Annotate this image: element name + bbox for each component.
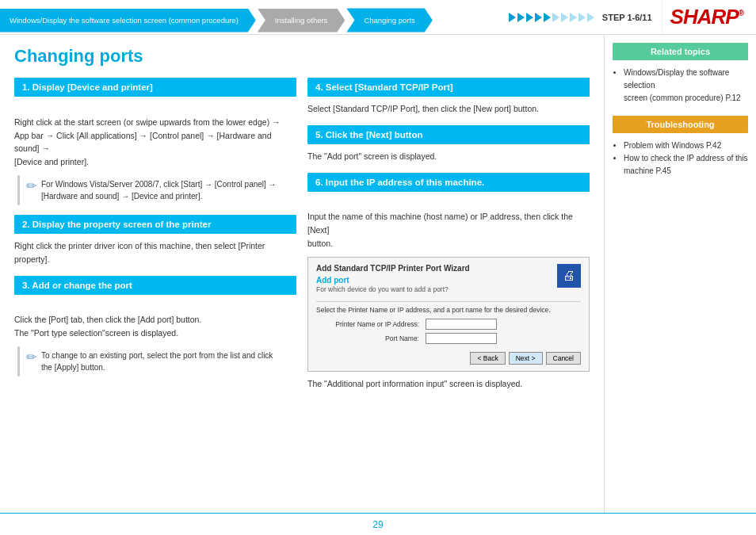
dialog-desc: For which device do you want to add a po…	[316, 285, 470, 293]
section-1-body: Right click at the start screen (or swip…	[14, 102, 296, 169]
section-3-header: 3. Add or change the port	[14, 276, 296, 295]
note-icon-3: ✏	[26, 350, 36, 365]
step-indicator: STEP 1-6/11	[499, 0, 662, 34]
ip-address-input[interactable]	[426, 319, 497, 330]
form-row-1: Printer Name or IP Address:	[316, 319, 581, 330]
port-name-input[interactable]	[426, 333, 497, 344]
related-topics-title: Related topics	[613, 43, 748, 60]
breadcrumb-step-2: Installing others	[258, 9, 346, 32]
section-4-body: Select [Standard TCP/IP Port], then clic…	[307, 102, 590, 116]
sidebar: Related topics Windows/Display the softw…	[604, 35, 756, 513]
note-icon-1: ✏	[26, 178, 36, 193]
note-text-3: To change to an existing port, select th…	[41, 350, 273, 373]
arrow-2	[517, 13, 525, 22]
section-4-header: 4. Select [Standard TCP/IP Port]	[307, 78, 590, 97]
troubleshooting-item-1: Problem with Windows P.42	[624, 139, 748, 152]
note-text-1: For Windows Vista/Server 2008/7, click […	[41, 178, 277, 202]
dialog-buttons: < Back Next > Cancel	[316, 352, 581, 365]
dialog-screenshot: Add Standard TCP/IP Printer Port Wizard …	[307, 257, 590, 372]
arrow-7	[561, 13, 568, 22]
related-item-1: Windows/Display the software selection s…	[624, 67, 748, 105]
section-1-note: ✏ For Windows Vista/Server 2008/7, click…	[17, 175, 296, 205]
footer: 29	[0, 513, 756, 535]
troubleshooting-item-2: How to check the IP address of this mach…	[624, 152, 748, 178]
section-2-header: 2. Display the property screen of the pr…	[14, 215, 296, 234]
section-5-header: 5. Click the [Next] button	[307, 125, 590, 144]
section-3-body: Click the [Port] tab, then click the [Ad…	[14, 300, 296, 340]
arrow-4	[535, 13, 542, 22]
back-button[interactable]: < Back	[470, 352, 505, 365]
content-area: Changing ports 1. Display [Device and pr…	[0, 35, 604, 513]
dialog-instruction: Select the Printer Name or IP address, a…	[316, 301, 581, 314]
dialog-title: Add Standard TCP/IP Printer Port Wizard	[316, 264, 470, 273]
arrow-5	[544, 13, 551, 22]
section-6-body: Input the name of this machine (host nam…	[307, 197, 590, 250]
troubleshooting-list: Problem with Windows P.42 How to check t…	[613, 139, 748, 178]
cancel-button[interactable]: Cancel	[546, 352, 581, 365]
breadcrumb-step-3: Changing ports	[346, 9, 432, 32]
form-row-2: Port Name:	[316, 333, 581, 344]
left-column: 1. Display [Device and printer] Right cl…	[14, 78, 296, 391]
step-label: STEP 1-6/11	[602, 13, 652, 22]
section-3-note: ✏ To change to an existing port, select …	[17, 346, 296, 376]
troubleshooting-title: Troubleshooting	[613, 116, 748, 133]
section-6-caption: The "Additional port information input" …	[307, 378, 590, 391]
section-5-body: The "Add port" screen is displayed.	[307, 150, 590, 163]
breadcrumb-step-1: Windows/Display the software selection s…	[0, 9, 256, 32]
section-1-header: 1. Display [Device and printer]	[14, 78, 296, 97]
arrow-9	[578, 13, 586, 22]
page-number: 29	[372, 519, 383, 530]
section-6-header: 6. Input the IP address of this machine.	[307, 173, 590, 192]
section-2-body: Right click the printer driver icon of t…	[14, 239, 296, 266]
right-column: 4. Select [Standard TCP/IP Port] Select …	[307, 78, 590, 391]
related-topics-list: Windows/Display the software selection s…	[613, 67, 748, 105]
dialog-subtitle: Add port	[316, 276, 470, 285]
sharp-logo: SHARP®	[662, 0, 756, 34]
next-button[interactable]: Next >	[509, 352, 543, 365]
arrow-3	[526, 13, 533, 22]
step-arrows	[509, 13, 594, 22]
arrow-1	[509, 13, 516, 22]
arrow-10	[587, 13, 594, 22]
page-title: Changing ports	[14, 46, 590, 67]
arrow-8	[570, 13, 577, 22]
wizard-icon: 🖨	[557, 264, 581, 288]
arrow-6	[552, 13, 559, 22]
